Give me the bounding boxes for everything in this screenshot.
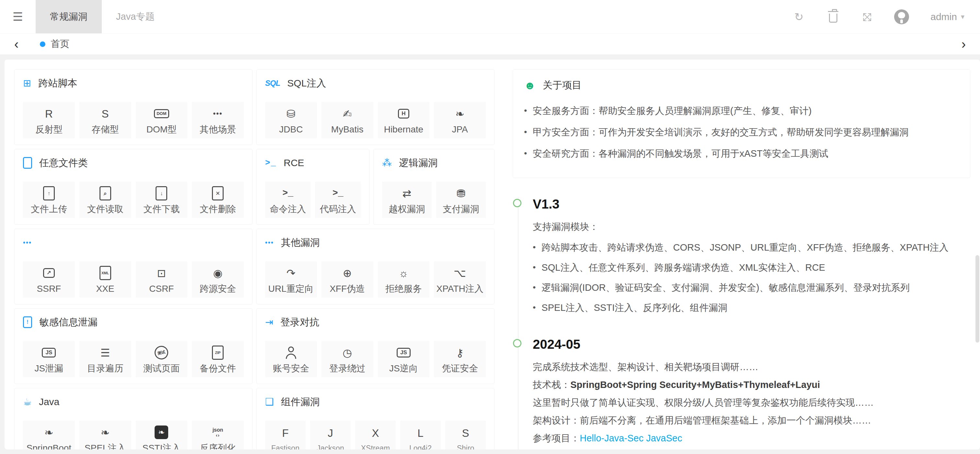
tile-XStream[interactable]: XXStream xyxy=(355,421,396,449)
redirect-arrow-icon: ↷ xyxy=(286,265,296,281)
tile-SSTI注入[interactable]: ❧SSTI注入 xyxy=(136,421,188,449)
timeline-link[interactable]: JavaSec xyxy=(646,433,682,443)
timeline-bold-text: SpringBoot+Spring Security+MyBatis+Thyme… xyxy=(570,379,820,390)
tile-Shiro[interactable]: SShiro xyxy=(445,421,486,449)
tile-label: 反序列化 xyxy=(200,444,236,449)
refresh-icon[interactable]: ↻ xyxy=(792,10,805,23)
timeline-link[interactable]: Hello-Java-Sec xyxy=(580,433,644,443)
tile-文件下载[interactable]: ↓文件下载 xyxy=(136,182,188,218)
bullet-dot-icon: • xyxy=(533,261,536,274)
tile-Log4j2[interactable]: LLog4j2 xyxy=(400,421,441,449)
tile-文件删除[interactable]: ✕文件删除 xyxy=(192,182,244,218)
tile-label: 越权漏洞 xyxy=(388,205,425,214)
trash-icon[interactable] xyxy=(827,10,840,23)
timeline-text: 技术栈： xyxy=(533,379,570,390)
fullscreen-icon[interactable] xyxy=(861,11,873,23)
tile-文件上传[interactable]: ↑文件上传 xyxy=(23,182,75,218)
test-stamp-icon: 测试 xyxy=(154,345,168,360)
tile-JDBC[interactable]: ⛁JDBC xyxy=(265,102,317,138)
file-icon xyxy=(23,157,32,169)
card-title-login: 登录对抗 xyxy=(280,316,319,329)
tile-测试页面[interactable]: 测试测试页面 xyxy=(136,341,188,377)
tile-label: SSTI注入 xyxy=(142,444,180,449)
tile-越权漏洞[interactable]: ⇄越权漏洞 xyxy=(382,182,432,218)
tiles-rce: >_命令注入>_代码注入 xyxy=(265,182,361,218)
nav-back-icon[interactable]: ‹ xyxy=(14,38,19,51)
bullet-dot-icon: • xyxy=(533,281,536,294)
tile-账号安全[interactable]: 账号安全 xyxy=(265,341,317,377)
glyph: ✍ xyxy=(343,108,352,119)
collapse-menu-icon[interactable]: ☰ xyxy=(0,0,36,33)
timeline-text: 支持漏洞模块： xyxy=(533,222,598,232)
tab-常规漏洞[interactable]: 常规漏洞 xyxy=(36,0,102,33)
card-header-login: ⇥登录对抗 xyxy=(265,315,486,329)
tile-其他场景[interactable]: •••其他场景 xyxy=(192,102,244,138)
tile-SPEL注入[interactable]: ❧SPEL注入 xyxy=(80,421,131,449)
tile-label: 文件读取 xyxy=(87,205,124,214)
tile-跨源安全[interactable]: ◉跨源安全 xyxy=(192,261,244,298)
tile-命令注入[interactable]: >_命令注入 xyxy=(265,182,310,218)
tile-JS逆向[interactable]: JSJS逆向 xyxy=(378,341,430,377)
card-header-rce: >_RCE xyxy=(265,156,361,170)
tile-CSRF[interactable]: ⊡CSRF xyxy=(136,261,188,298)
file-read-icon: ⌕ xyxy=(100,186,111,201)
glyph: ↑ xyxy=(43,186,55,200)
tile-存储型[interactable]: S存储型 xyxy=(80,102,131,138)
share-nodes-icon: ⁂ xyxy=(382,158,392,168)
letter-f-icon: F xyxy=(282,426,288,441)
glyph: ◉ xyxy=(213,268,223,278)
tab-bar: 常规漏洞Java专题 xyxy=(36,0,169,33)
tile-SSRF[interactable]: ↗SSRF xyxy=(23,261,75,298)
tiles-dots: ↗SSRFXMLXXE⊡CSRF◉跨源安全 xyxy=(23,261,244,298)
user-menu[interactable]: admin ▾ xyxy=(931,11,964,22)
tile-凭证安全[interactable]: ⚷凭证安全 xyxy=(434,341,486,377)
about-bullet-text: 甲方安全方面：可作为开发安全培训演示，友好的交互方式，帮助研发同学更容易理解漏洞 xyxy=(533,125,909,139)
tile-目录遍历[interactable]: ☰目录遍历 xyxy=(80,341,131,377)
glyph: 测试 xyxy=(153,344,170,361)
tile-Hibernate[interactable]: HHibernate xyxy=(378,102,430,138)
glyph xyxy=(286,346,296,359)
tab-Java专题[interactable]: Java专题 xyxy=(102,0,169,33)
tile-XXE[interactable]: XMLXXE xyxy=(80,261,131,298)
tile-JS泄漏[interactable]: JSJS泄漏 xyxy=(23,341,75,377)
tile-DOM型[interactable]: DOMDOM型 xyxy=(136,102,188,138)
github-icon[interactable] xyxy=(894,10,909,24)
glyph: ❧ xyxy=(101,427,110,438)
letter-l-icon: L xyxy=(417,426,423,441)
glyph: ❧ xyxy=(154,425,168,439)
tile-支付漏洞[interactable]: ⛃支付漏洞 xyxy=(436,182,486,218)
tile-label: Jackson xyxy=(317,444,344,450)
tile-拒绝服务[interactable]: ☼拒绝服务 xyxy=(378,261,430,298)
tile-SpringBoot[interactable]: ❧SpringBoot xyxy=(23,421,75,449)
scrollbar-thumb[interactable] xyxy=(975,255,979,343)
username: admin xyxy=(931,11,957,22)
tile-反射型[interactable]: R反射型 xyxy=(23,102,75,138)
tile-备份文件[interactable]: ZIP备份文件 xyxy=(192,341,244,377)
tile-label: 代码注入 xyxy=(320,205,356,214)
tile-反序列化[interactable]: json‹›反序列化 xyxy=(192,421,244,449)
tile-MyBatis[interactable]: ✍MyBatis xyxy=(321,102,373,138)
glyph: ☰ xyxy=(100,348,110,358)
tile-label: JDBC xyxy=(279,125,303,134)
about-header: ☻ 关于项目 xyxy=(524,78,959,93)
card-header-java: ☕Java xyxy=(23,395,244,409)
tile-JPA[interactable]: ❧JPA xyxy=(434,102,486,138)
topbar: ☰ 常规漏洞Java专题 ↻ admin ▾ xyxy=(0,0,980,34)
glyph: ↷ xyxy=(286,268,296,278)
tile-Fastjson[interactable]: FFastjson xyxy=(265,421,305,449)
nav-forward-icon[interactable]: › xyxy=(961,38,966,51)
hibernate-hexagon-icon: H xyxy=(398,106,409,121)
tile-登录绕过[interactable]: ◷登录绕过 xyxy=(321,341,373,377)
tile-文件读取[interactable]: ⌕文件读取 xyxy=(80,182,131,218)
tile-label: Hibernate xyxy=(384,125,423,134)
card-header-dots: ••• xyxy=(23,235,244,250)
tile-Jackson[interactable]: JJackson xyxy=(310,421,351,449)
tile-URL重定向[interactable]: ↷URL重定向 xyxy=(265,261,317,298)
tile-XPATH注入[interactable]: ⌥XPATH注入 xyxy=(434,261,486,298)
breadcrumb[interactable]: 首页 xyxy=(40,38,69,51)
glyph: >_ xyxy=(332,189,344,198)
tile-XFF伪造[interactable]: ⊕XFF伪造 xyxy=(321,261,373,298)
timeline-dot-icon xyxy=(513,199,522,207)
tile-代码注入[interactable]: >_代码注入 xyxy=(315,182,360,218)
spring-leaf-icon: ❧ xyxy=(101,425,110,440)
